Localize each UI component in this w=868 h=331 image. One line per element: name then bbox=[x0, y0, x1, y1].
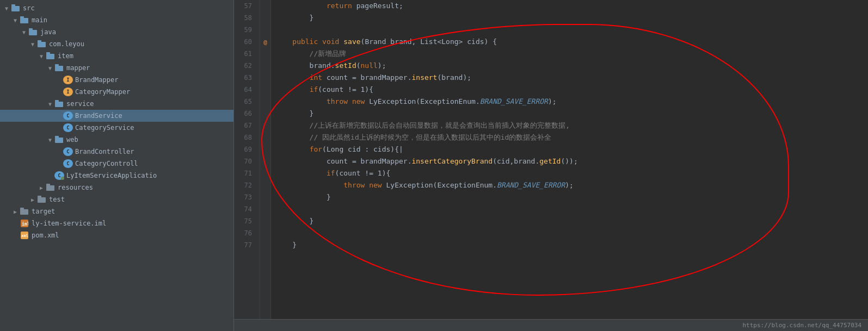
code-line: } bbox=[275, 191, 868, 203]
tree-label: BrandMapper bbox=[75, 76, 118, 84]
code-line bbox=[275, 24, 868, 36]
code-line: //新增品牌 bbox=[275, 48, 868, 60]
file-tree[interactable]: ▼src▼main▼java▼com.leyou▼item▼mapperIBra… bbox=[0, 0, 234, 331]
gutter-item bbox=[260, 143, 270, 155]
tree-icon: xml bbox=[20, 231, 29, 240]
svg-rect-15 bbox=[55, 136, 59, 138]
tree-item-BrandMapper[interactable]: IBrandMapper bbox=[0, 74, 233, 86]
tree-item-test[interactable]: ▶test bbox=[0, 193, 233, 205]
tree-item-ly-item-service.iml[interactable]: imlly-item-service.iml bbox=[0, 217, 233, 229]
code-editor: 5758596061626364656667686970717273747576… bbox=[234, 0, 868, 331]
tree-item-item[interactable]: ▼item bbox=[0, 50, 233, 62]
tree-item-CategoryService[interactable]: CCategoryService bbox=[0, 122, 233, 134]
line-number: 66 bbox=[238, 108, 255, 120]
tree-item-service[interactable]: ▼service bbox=[0, 98, 233, 110]
tree-icon: C bbox=[63, 111, 73, 120]
tree-item-pom.xml[interactable]: xmlpom.xml bbox=[0, 229, 233, 241]
svg-rect-11 bbox=[55, 64, 59, 66]
code-line: public void save(Brand brand, List<Long>… bbox=[275, 36, 868, 48]
tree-item-com.leyou[interactable]: ▼com.leyou bbox=[0, 38, 233, 50]
tree-icon bbox=[54, 135, 64, 144]
tree-item-CategoryControll[interactable]: CCategoryControll bbox=[0, 158, 233, 170]
tree-arrow: ▶ bbox=[37, 185, 46, 191]
status-bar: https://blog.csdn.net/qq_44757034 bbox=[234, 319, 868, 331]
svg-text:xml: xml bbox=[21, 234, 28, 238]
svg-rect-18 bbox=[38, 197, 46, 203]
tree-label: service bbox=[66, 100, 94, 108]
code-line: int count = brandMapper.insert(brand); bbox=[275, 72, 868, 84]
tree-arrow: ▼ bbox=[46, 101, 54, 107]
tree-item-resources[interactable]: ▶resources bbox=[0, 182, 233, 193]
tree-label: web bbox=[66, 136, 78, 143]
tree-item-CategoryMapper[interactable]: ICategoryMapper bbox=[0, 86, 233, 98]
gutter-item bbox=[260, 227, 270, 239]
svg-rect-0 bbox=[11, 6, 20, 11]
gutter-item bbox=[260, 24, 270, 36]
svg-rect-14 bbox=[55, 138, 63, 143]
svg-text:iml: iml bbox=[22, 221, 28, 227]
code-line: //上诉在新增完数据以后会自动回显数据，就是会查询出当前插入对象的完整数据, bbox=[275, 120, 868, 132]
tree-label: target bbox=[32, 208, 55, 215]
tree-label: ly-item-service.iml bbox=[32, 220, 106, 227]
line-number: 76 bbox=[238, 227, 255, 239]
tree-icon bbox=[20, 207, 29, 216]
tree-icon: I bbox=[63, 88, 73, 96]
line-number: 60 bbox=[238, 36, 255, 48]
tree-arrow: ▼ bbox=[11, 17, 20, 23]
gutter-item bbox=[260, 48, 270, 60]
tree-item-LyItemServiceApplicatio[interactable]: CLyItemServiceApplicatio bbox=[0, 170, 233, 182]
tree-arrow: ▼ bbox=[28, 41, 37, 47]
svg-rect-16 bbox=[46, 185, 54, 191]
code-line: } bbox=[275, 108, 868, 120]
tree-arrow: ▼ bbox=[20, 29, 28, 35]
tree-item-java[interactable]: ▼java bbox=[0, 26, 233, 38]
code-line: brand.setId(null); bbox=[275, 60, 868, 72]
svg-rect-5 bbox=[29, 28, 33, 30]
tree-label: java bbox=[40, 28, 56, 36]
tree-item-mapper[interactable]: ▼mapper bbox=[0, 62, 233, 74]
tree-item-target[interactable]: ▶target bbox=[0, 205, 233, 217]
tree-label: resources bbox=[58, 184, 93, 191]
tree-item-src[interactable]: ▼src bbox=[0, 2, 233, 14]
svg-rect-6 bbox=[38, 42, 46, 47]
tree-label: BrandController bbox=[75, 148, 134, 155]
gutter-item bbox=[260, 155, 270, 167]
tree-item-BrandController[interactable]: CBrandController bbox=[0, 146, 233, 158]
svg-rect-4 bbox=[29, 30, 37, 35]
gutter-item bbox=[260, 203, 270, 215]
line-number: 71 bbox=[238, 167, 255, 179]
line-number: 75 bbox=[238, 215, 255, 227]
line-number: 69 bbox=[238, 143, 255, 155]
line-number: 62 bbox=[238, 60, 255, 72]
line-number: 70 bbox=[238, 155, 255, 167]
gutter-item: @ bbox=[260, 36, 270, 48]
tree-label: CategoryControll bbox=[75, 160, 138, 167]
tree-item-BrandService[interactable]: CBrandService bbox=[0, 110, 233, 122]
line-numbers: 5758596061626364656667686970717273747576… bbox=[234, 0, 260, 319]
code-line: } bbox=[275, 12, 868, 24]
tree-arrow: ▼ bbox=[2, 5, 11, 11]
svg-rect-7 bbox=[38, 40, 41, 42]
code-line bbox=[275, 203, 868, 215]
svg-rect-21 bbox=[20, 208, 24, 210]
gutter-item bbox=[260, 108, 270, 120]
gutter-item bbox=[260, 72, 270, 84]
tree-icon bbox=[54, 99, 64, 108]
gutter-item bbox=[260, 239, 270, 251]
tree-icon bbox=[46, 52, 56, 60]
tree-label: LyItemServiceApplicatio bbox=[66, 172, 157, 179]
gutter-item bbox=[260, 179, 270, 191]
line-number: 57 bbox=[238, 0, 255, 12]
svg-rect-9 bbox=[46, 52, 50, 54]
tree-item-main[interactable]: ▼main bbox=[0, 14, 233, 26]
gutter-item bbox=[260, 167, 270, 179]
tree-label: CategoryMapper bbox=[75, 88, 130, 96]
svg-rect-20 bbox=[20, 209, 28, 215]
code-line: count = brandMapper.insertCategoryBrand(… bbox=[275, 155, 868, 167]
svg-rect-8 bbox=[46, 54, 54, 59]
tree-label: BrandService bbox=[75, 112, 122, 120]
tree-item-web[interactable]: ▼web bbox=[0, 134, 233, 146]
code-line: for(Long cid : cids){| bbox=[275, 143, 868, 155]
tree-arrow: ▼ bbox=[46, 65, 54, 71]
tree-label: main bbox=[32, 16, 47, 24]
